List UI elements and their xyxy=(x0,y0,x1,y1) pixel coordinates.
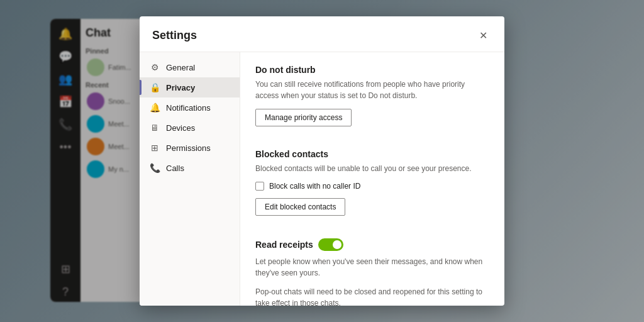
block-calls-label: Block calls with no caller ID xyxy=(269,182,360,191)
manage-priority-access-button[interactable]: Manage priority access xyxy=(255,109,352,126)
nav-label-notifications: Notifications xyxy=(166,103,211,113)
block-calls-checkbox[interactable] xyxy=(255,182,264,191)
nav-item-devices[interactable]: 🖥 Devices xyxy=(140,118,240,138)
block-calls-checkbox-row: Block calls with no caller ID xyxy=(255,182,489,191)
blocked-contacts-section: Blocked contacts Blocked contacts will b… xyxy=(255,149,489,228)
nav-item-permissions[interactable]: ⊞ Permissions xyxy=(140,138,240,158)
nav-label-devices: Devices xyxy=(166,123,195,133)
modal-header: Settings ✕ xyxy=(140,16,504,52)
read-receipts-description1: Let people know when you've seen their m… xyxy=(255,256,489,279)
settings-modal: Settings ✕ ⚙ General 🔒 Privacy 🔔 Notific… xyxy=(140,16,504,306)
nav-item-privacy[interactable]: 🔒 Privacy xyxy=(140,77,240,97)
nav-label-general: General xyxy=(166,63,195,72)
read-receipts-toggle-row: Read receipts xyxy=(255,238,489,251)
nav-item-calls[interactable]: 📞 Calls xyxy=(140,158,240,178)
settings-nav: ⚙ General 🔒 Privacy 🔔 Notifications 🖥 De… xyxy=(140,52,240,306)
do-not-disturb-section: Do not disturb You can still receive not… xyxy=(255,65,489,139)
read-receipts-heading: Read receipts xyxy=(255,240,313,250)
edit-blocked-contacts-button[interactable]: Edit blocked contacts xyxy=(255,198,345,216)
blocked-contacts-description: Blocked contacts will be unable to call … xyxy=(255,163,489,174)
nav-item-notifications[interactable]: 🔔 Notifications xyxy=(140,97,240,118)
blocked-contacts-heading: Blocked contacts xyxy=(255,149,489,159)
do-not-disturb-description: You can still receive notifications from… xyxy=(255,79,489,101)
read-receipts-section: Read receipts Let people know when you'v… xyxy=(255,238,489,306)
read-receipts-toggle[interactable] xyxy=(318,238,343,251)
nav-label-calls: Calls xyxy=(166,164,184,173)
modal-title: Settings xyxy=(152,29,197,42)
close-button[interactable]: ✕ xyxy=(474,26,492,44)
notifications-icon: 🔔 xyxy=(150,103,160,113)
do-not-disturb-heading: Do not disturb xyxy=(255,65,489,75)
read-receipts-description2: Pop-out chats will need to be closed and… xyxy=(255,286,489,306)
permissions-icon: ⊞ xyxy=(150,143,160,153)
settings-content: Do not disturb You can still receive not… xyxy=(240,52,504,306)
nav-label-privacy: Privacy xyxy=(166,83,195,92)
modal-body: ⚙ General 🔒 Privacy 🔔 Notifications 🖥 De… xyxy=(140,52,504,306)
devices-icon: 🖥 xyxy=(150,123,160,133)
privacy-icon: 🔒 xyxy=(150,82,160,92)
nav-item-general[interactable]: ⚙ General xyxy=(140,57,240,77)
modal-overlay: Settings ✕ ⚙ General 🔒 Privacy 🔔 Notific… xyxy=(0,0,644,322)
calls-nav-icon: 📞 xyxy=(150,163,160,173)
nav-label-permissions: Permissions xyxy=(166,143,211,153)
general-icon: ⚙ xyxy=(150,62,160,72)
